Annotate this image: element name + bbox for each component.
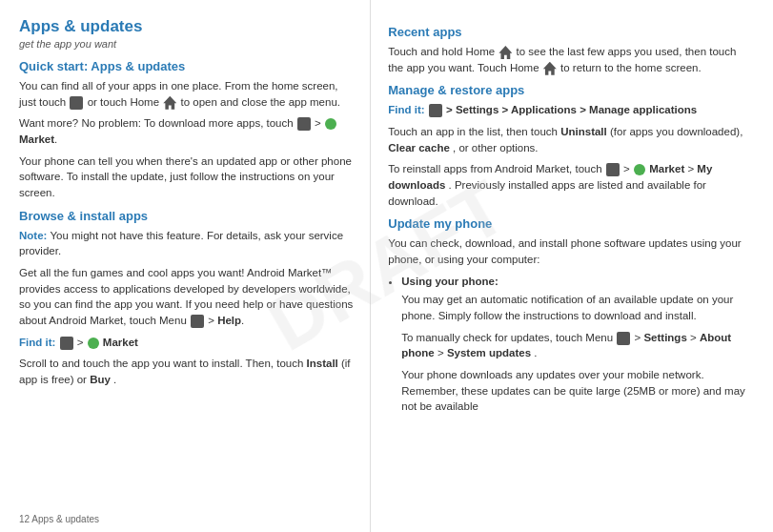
home-icon-3 (543, 62, 557, 75)
browse-para1: Get all the fun games and cool apps you … (19, 265, 355, 329)
apps-icon-3 (60, 337, 73, 350)
recent-apps-para: Touch and hold Home to see the last few … (388, 44, 754, 75)
home-icon-1 (163, 96, 176, 110)
browse-find-it: Find it: > Market (19, 335, 355, 351)
page-title: Apps & updates (19, 17, 355, 36)
apps-icon (70, 96, 83, 110)
left-column: Apps & updates get the app you want Quic… (0, 0, 371, 532)
bullet-sub-para1: You may get an automatic notification of… (401, 292, 754, 323)
home-icon-2 (498, 46, 512, 59)
page-number: 12 Apps & updates (19, 514, 99, 524)
manage-heading: Manage & restore apps (388, 83, 754, 97)
bullet-using-phone: Using your phone: You may get an automat… (401, 274, 754, 415)
right-column: Recent apps Touch and hold Home to see t… (371, 0, 773, 532)
menu-icon-3 (617, 332, 630, 345)
manage-find-it: Find it: > Settings > Applications > Man… (388, 102, 754, 118)
browse-note: Note: You might not have this feature. F… (19, 228, 355, 259)
quick-start-para1: You can find all of your apps in one pla… (19, 78, 355, 110)
manage-para2: To reinstall apps from Android Market, t… (388, 161, 754, 209)
browse-para2: Scroll to and touch the app you want to … (19, 356, 355, 387)
market-icon-3 (634, 164, 645, 175)
quick-start-heading: Quick start: Apps & updates (19, 59, 355, 73)
market-icon-2 (88, 338, 99, 349)
quick-start-para3: Your phone can tell you when there's an … (19, 153, 355, 201)
update-heading: Update my phone (388, 216, 754, 231)
bullet-sub-para3: Your phone downloads any updates over yo… (401, 367, 754, 415)
apps-icon-2 (297, 117, 311, 131)
update-bullet-list: Using your phone: You may get an automat… (388, 274, 754, 415)
update-para1: You can check, download, and install pho… (388, 235, 754, 267)
recent-apps-heading: Recent apps (388, 25, 754, 39)
menu-icon-2 (429, 104, 442, 117)
bullet-sub-para2: To manually check for updates, touch Men… (401, 330, 754, 361)
quick-start-para2: Want more? No problem: To download more … (19, 115, 355, 147)
menu-icon-1 (191, 315, 204, 328)
apps-icon-4 (606, 163, 620, 176)
page-subtitle: get the app you want (19, 38, 355, 50)
manage-para1: Touch an app in the list, then touch Uni… (388, 124, 754, 155)
market-icon-1 (325, 118, 336, 130)
browse-heading: Browse & install apps (19, 209, 355, 223)
